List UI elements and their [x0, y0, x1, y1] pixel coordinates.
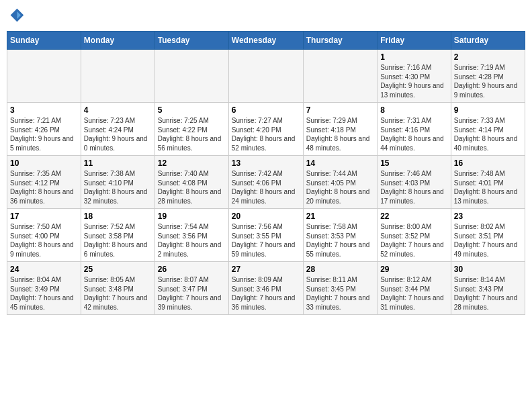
calendar-cell: 21Sunrise: 7:58 AM Sunset: 3:53 PM Dayli… [303, 209, 377, 262]
day-number: 29 [380, 265, 448, 274]
day-info: Sunrise: 7:33 AM Sunset: 4:14 PM Dayligh… [454, 116, 522, 152]
calendar-cell: 12Sunrise: 7:40 AM Sunset: 4:08 PM Dayli… [154, 156, 228, 209]
day-number: 10 [10, 158, 78, 168]
calendar-cell: 15Sunrise: 7:46 AM Sunset: 4:03 PM Dayli… [378, 156, 451, 209]
day-number: 30 [454, 265, 522, 274]
week-row-4: 17Sunrise: 7:50 AM Sunset: 4:00 PM Dayli… [7, 209, 525, 262]
calendar-cell: 24Sunrise: 8:04 AM Sunset: 3:49 PM Dayli… [7, 262, 81, 315]
day-info: Sunrise: 8:11 AM Sunset: 3:45 PM Dayligh… [306, 275, 374, 312]
day-info: Sunrise: 8:04 AM Sunset: 3:49 PM Dayligh… [10, 275, 78, 312]
logo [7, 7, 28, 26]
calendar-table: SundayMondayTuesdayWednesdayThursdayFrid… [7, 31, 525, 315]
calendar-cell: 30Sunrise: 8:14 AM Sunset: 3:43 PM Dayli… [451, 262, 525, 315]
logo-icon [7, 7, 26, 26]
weekday-header-sunday: Sunday [7, 32, 81, 50]
day-info: Sunrise: 8:12 AM Sunset: 3:44 PM Dayligh… [380, 275, 448, 312]
calendar-cell: 28Sunrise: 8:11 AM Sunset: 3:45 PM Dayli… [303, 262, 377, 315]
day-number: 17 [10, 212, 78, 221]
day-info: Sunrise: 7:29 AM Sunset: 4:18 PM Dayligh… [306, 116, 374, 152]
calendar-cell: 2Sunrise: 7:19 AM Sunset: 4:28 PM Daylig… [451, 50, 525, 103]
day-number: 14 [306, 158, 374, 168]
calendar-cell: 27Sunrise: 8:09 AM Sunset: 3:46 PM Dayli… [228, 262, 303, 315]
day-info: Sunrise: 7:31 AM Sunset: 4:16 PM Dayligh… [380, 116, 448, 152]
day-number: 8 [380, 105, 448, 115]
day-number: 6 [232, 105, 300, 115]
week-row-2: 3Sunrise: 7:21 AM Sunset: 4:26 PM Daylig… [7, 103, 525, 156]
calendar-cell [154, 50, 228, 103]
day-info: Sunrise: 7:19 AM Sunset: 4:28 PM Dayligh… [454, 63, 522, 99]
day-info: Sunrise: 8:09 AM Sunset: 3:46 PM Dayligh… [232, 275, 300, 312]
day-number: 2 [454, 52, 522, 62]
calendar-cell: 14Sunrise: 7:44 AM Sunset: 4:05 PM Dayli… [303, 156, 377, 209]
calendar-cell: 11Sunrise: 7:38 AM Sunset: 4:10 PM Dayli… [81, 156, 154, 209]
day-number: 18 [84, 212, 152, 221]
day-info: Sunrise: 7:38 AM Sunset: 4:10 PM Dayligh… [84, 169, 152, 205]
day-number: 25 [84, 265, 152, 274]
day-number: 13 [232, 158, 300, 168]
day-number: 4 [84, 105, 152, 115]
day-info: Sunrise: 7:46 AM Sunset: 4:03 PM Dayligh… [380, 169, 448, 205]
calendar-cell: 4Sunrise: 7:23 AM Sunset: 4:24 PM Daylig… [81, 103, 154, 156]
weekday-header-monday: Monday [81, 32, 154, 50]
day-info: Sunrise: 7:23 AM Sunset: 4:24 PM Dayligh… [84, 116, 152, 152]
week-row-1: 1Sunrise: 7:16 AM Sunset: 4:30 PM Daylig… [7, 50, 525, 103]
calendar-cell [303, 50, 377, 103]
calendar-cell: 23Sunrise: 8:02 AM Sunset: 3:51 PM Dayli… [451, 209, 525, 262]
day-info: Sunrise: 7:52 AM Sunset: 3:58 PM Dayligh… [84, 222, 152, 259]
day-number: 11 [84, 158, 152, 168]
weekday-header-tuesday: Tuesday [154, 32, 228, 50]
day-info: Sunrise: 7:25 AM Sunset: 4:22 PM Dayligh… [158, 116, 226, 152]
day-info: Sunrise: 7:42 AM Sunset: 4:06 PM Dayligh… [232, 169, 300, 205]
calendar-cell: 10Sunrise: 7:35 AM Sunset: 4:12 PM Dayli… [7, 156, 81, 209]
day-number: 28 [306, 265, 374, 274]
calendar-cell: 6Sunrise: 7:27 AM Sunset: 4:20 PM Daylig… [228, 103, 303, 156]
day-info: Sunrise: 8:02 AM Sunset: 3:51 PM Dayligh… [454, 222, 522, 259]
day-info: Sunrise: 8:00 AM Sunset: 3:52 PM Dayligh… [380, 222, 448, 259]
calendar-cell: 19Sunrise: 7:54 AM Sunset: 3:56 PM Dayli… [154, 209, 228, 262]
week-row-3: 10Sunrise: 7:35 AM Sunset: 4:12 PM Dayli… [7, 156, 525, 209]
calendar-cell: 26Sunrise: 8:07 AM Sunset: 3:47 PM Dayli… [154, 262, 228, 315]
day-info: Sunrise: 7:58 AM Sunset: 3:53 PM Dayligh… [306, 222, 374, 259]
day-info: Sunrise: 7:50 AM Sunset: 4:00 PM Dayligh… [10, 222, 78, 259]
day-number: 24 [10, 265, 78, 274]
calendar-cell: 20Sunrise: 7:56 AM Sunset: 3:55 PM Dayli… [228, 209, 303, 262]
calendar-cell: 16Sunrise: 7:48 AM Sunset: 4:01 PM Dayli… [451, 156, 525, 209]
week-row-5: 24Sunrise: 8:04 AM Sunset: 3:49 PM Dayli… [7, 262, 525, 315]
day-number: 21 [306, 212, 374, 221]
day-number: 26 [158, 265, 226, 274]
calendar-cell: 22Sunrise: 8:00 AM Sunset: 3:52 PM Dayli… [378, 209, 451, 262]
calendar-cell: 29Sunrise: 8:12 AM Sunset: 3:44 PM Dayli… [378, 262, 451, 315]
calendar-cell: 1Sunrise: 7:16 AM Sunset: 4:30 PM Daylig… [378, 50, 451, 103]
weekday-header-thursday: Thursday [303, 32, 377, 50]
calendar-cell [7, 50, 81, 103]
calendar-cell: 17Sunrise: 7:50 AM Sunset: 4:00 PM Dayli… [7, 209, 81, 262]
calendar-cell: 9Sunrise: 7:33 AM Sunset: 4:14 PM Daylig… [451, 103, 525, 156]
day-number: 19 [158, 212, 226, 221]
calendar-cell: 18Sunrise: 7:52 AM Sunset: 3:58 PM Dayli… [81, 209, 154, 262]
day-number: 15 [380, 158, 448, 168]
day-info: Sunrise: 7:35 AM Sunset: 4:12 PM Dayligh… [10, 169, 78, 205]
calendar-cell: 7Sunrise: 7:29 AM Sunset: 4:18 PM Daylig… [303, 103, 377, 156]
day-number: 23 [454, 212, 522, 221]
calendar-cell: 25Sunrise: 8:05 AM Sunset: 3:48 PM Dayli… [81, 262, 154, 315]
page-header [7, 7, 525, 26]
day-info: Sunrise: 8:14 AM Sunset: 3:43 PM Dayligh… [454, 275, 522, 312]
day-number: 9 [454, 105, 522, 115]
calendar-cell: 8Sunrise: 7:31 AM Sunset: 4:16 PM Daylig… [378, 103, 451, 156]
day-info: Sunrise: 7:56 AM Sunset: 3:55 PM Dayligh… [232, 222, 300, 259]
calendar-cell: 5Sunrise: 7:25 AM Sunset: 4:22 PM Daylig… [154, 103, 228, 156]
weekday-header-saturday: Saturday [451, 32, 525, 50]
day-info: Sunrise: 7:48 AM Sunset: 4:01 PM Dayligh… [454, 169, 522, 205]
day-number: 3 [10, 105, 78, 115]
calendar-cell [228, 50, 303, 103]
day-info: Sunrise: 7:21 AM Sunset: 4:26 PM Dayligh… [10, 116, 78, 152]
day-info: Sunrise: 7:54 AM Sunset: 3:56 PM Dayligh… [158, 222, 226, 259]
day-info: Sunrise: 7:16 AM Sunset: 4:30 PM Dayligh… [380, 63, 448, 99]
day-info: Sunrise: 7:40 AM Sunset: 4:08 PM Dayligh… [158, 169, 226, 205]
day-info: Sunrise: 8:05 AM Sunset: 3:48 PM Dayligh… [84, 275, 152, 312]
day-number: 12 [158, 158, 226, 168]
day-number: 7 [306, 105, 374, 115]
weekday-header-row: SundayMondayTuesdayWednesdayThursdayFrid… [7, 32, 525, 50]
day-info: Sunrise: 7:27 AM Sunset: 4:20 PM Dayligh… [232, 116, 300, 152]
calendar-cell [81, 50, 154, 103]
